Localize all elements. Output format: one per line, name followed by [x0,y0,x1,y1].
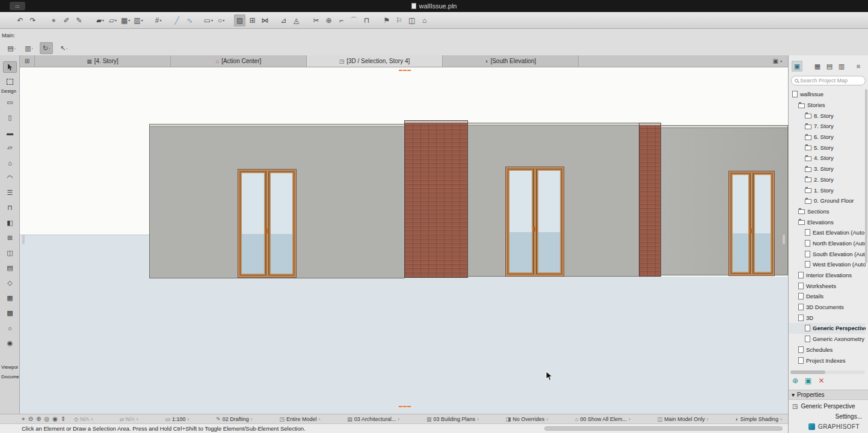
zoom-options-icon[interactable]: ⌖ [22,416,25,422]
properties-header[interactable]: ▾ Properties [789,390,868,400]
new-folder-icon[interactable]: ⊕ [792,377,798,384]
tree-item[interactable]: Details [789,291,866,302]
tree-item[interactable]: 6. Story [789,132,866,143]
tree-item[interactable]: 3D [789,312,866,323]
tab[interactable]: ▦ [4. Story] [35,55,171,67]
tree-item[interactable]: 8. Story [789,110,866,121]
tree-item[interactable]: 0. Ground Floor [789,195,866,206]
mark-up-button[interactable]: ⌂ ▾ [419,14,430,26]
arrow-tool[interactable] [3,61,17,73]
structure-display-button[interactable]: ▱ ▾ [107,14,119,26]
3d-viewport[interactable] [20,67,788,414]
shell-tool[interactable]: ◠ [0,170,20,185]
flag-button[interactable]: ⚑ ▾ [381,14,392,26]
stair-tool[interactable]: ☰ [0,185,20,200]
status-na-2[interactable]: ▱ N/A › [120,416,138,422]
viewport-drag-handle-bottom[interactable] [399,406,411,407]
duplicate-button[interactable]: ◫ ▾ [406,14,417,26]
scrollbar-thumb[interactable] [865,89,867,263]
zone-tool[interactable]: ▩ [0,306,20,321]
status-pen-set[interactable]: ✎ 02 Drafting › [216,416,253,422]
splitter-grip-right[interactable] [783,235,785,244]
navigator-toggle-icon[interactable]: ▣ › [792,61,802,72]
scrollbar-thumb[interactable] [790,370,825,374]
tree-horizontal-scrollbar[interactable] [790,370,865,374]
tree-item[interactable]: 2. Story [789,174,866,185]
pick-up-parameters-button[interactable]: ⌖ ▾ [48,14,60,26]
arrow-menu-button[interactable]: ↖ › [57,42,70,54]
morph-tool[interactable]: ◇ [0,275,20,290]
grid-element-button[interactable]: ⊞ ▾ [247,14,258,26]
search-input[interactable] [800,78,862,84]
roof-tool[interactable]: ⌂ [0,155,20,170]
default-settings-button[interactable]: ▥ › [22,42,35,54]
inject-parameters-button[interactable]: ✐ ▾ [61,14,72,26]
tree-item[interactable]: Generic Axonometry [789,334,866,345]
tree-item[interactable]: Interior Elevations [789,270,866,281]
preview-icon[interactable]: ◎ [44,416,49,422]
tab[interactable]: ◳ [3D / Selection, Story 4] [307,55,443,67]
mesh-tool[interactable]: ▦ [0,290,20,306]
settings-link[interactable]: Settings... [836,413,862,420]
tree-vertical-scrollbar[interactable] [865,89,867,370]
tree-item[interactable]: Stories [789,100,866,111]
project-map-icon[interactable]: ▦ › [812,61,823,72]
tree-item[interactable]: South Elevation (Auto-r... [789,248,866,259]
tree-item[interactable]: 1. Story [789,185,866,195]
railing-tool[interactable]: ⊓ [0,200,20,215]
adjust-button[interactable]: ⊓ ▾ [361,14,372,26]
tree-item[interactable]: West Elevation (Auto-re... [789,259,866,270]
tree-item[interactable]: Project Indexes [789,355,866,366]
status-graphic-override[interactable]: ◨ No Overrides › [506,416,549,422]
tree-item[interactable]: North Elevation (Auto-r... [789,238,866,249]
favorites-button[interactable]: ✎ ▾ [73,14,85,26]
redo-button[interactable]: ↷ ▾ [27,14,38,26]
door-tool[interactable]: ◧ [0,215,20,230]
magnify-button[interactable]: ⊕ ▾ [323,14,334,26]
tree-item[interactable]: 5. Story [789,142,866,153]
tree-item[interactable]: 3D Documents [789,302,866,313]
clone-folder-icon[interactable]: ▣ [805,377,811,384]
snap-guides-button[interactable]: ∿ ▾ [184,14,195,26]
zoom-out-icon[interactable]: ⊖ [28,416,33,422]
status-renovation-filter[interactable]: ⌂ 00 Show All Elem... › [575,416,630,422]
object-tool[interactable]: ○ [0,321,20,336]
column-tool[interactable]: ▯ [0,110,20,125]
flag-outline-button[interactable]: ⚐ ▾ [393,14,405,26]
status-scale[interactable]: ▭ 1:100 › [165,416,189,422]
viewport-drag-handle-top[interactable] [399,70,411,71]
layer-settings-button[interactable]: ▥ ▾ [132,14,144,26]
curtain-wall-tool[interactable]: ▤ [0,260,20,275]
intersect-button[interactable]: ⋈ ▾ [259,14,271,26]
align-button[interactable]: ◬ ▾ [291,14,302,26]
glass-door-left[interactable] [238,169,297,278]
tree-item[interactable]: East Elevation (Auto-re... [789,227,866,238]
pen-set-button[interactable]: ▦ ▾ [120,14,131,26]
marquee-tool[interactable] [5,77,15,86]
tree-item[interactable]: Generic Perspective [789,323,866,334]
tree-item[interactable]: Schedules [789,345,866,355]
fill-tool-button[interactable]: ▨ ▾ [234,14,245,26]
beam-tool[interactable]: ▬ [0,125,20,140]
tree-item[interactable]: 3. Story [789,164,866,174]
glass-door-right[interactable] [728,171,775,276]
tree-item[interactable]: 7. Story [789,121,866,132]
navigator-menu-icon[interactable]: ≡ › [853,61,864,72]
tree-item[interactable]: wallIssue [789,89,866,100]
tab[interactable]: ⌂ [Action Center] [171,55,307,67]
tree-item[interactable]: 4. Story [789,153,866,164]
status-partial-structure[interactable]: ◫ Main Model Only › [657,416,709,422]
status-dimension-set[interactable]: ▥ 03 Building Plans › [426,416,479,422]
tree-item[interactable]: Sections [789,206,866,217]
tab[interactable]: ◖ [South Elevation] [443,55,579,67]
favorites-menu-button[interactable]: ▤ › [5,42,18,54]
glass-door-center[interactable] [505,167,564,277]
layout-book-icon[interactable]: ▥ › [836,61,847,72]
brick-wall-left[interactable] [404,120,468,278]
splitter-grip-left[interactable] [22,235,25,244]
fillet-button[interactable]: ⌒ ▾ [348,14,360,26]
pop-up-navigator-button[interactable]: ⊞ [20,55,35,67]
undo-button[interactable]: ↶ ▾ [14,14,26,26]
tree-item[interactable]: Worksheets [789,280,866,291]
guide-lines-button[interactable]: ╱ ▾ [171,14,183,26]
